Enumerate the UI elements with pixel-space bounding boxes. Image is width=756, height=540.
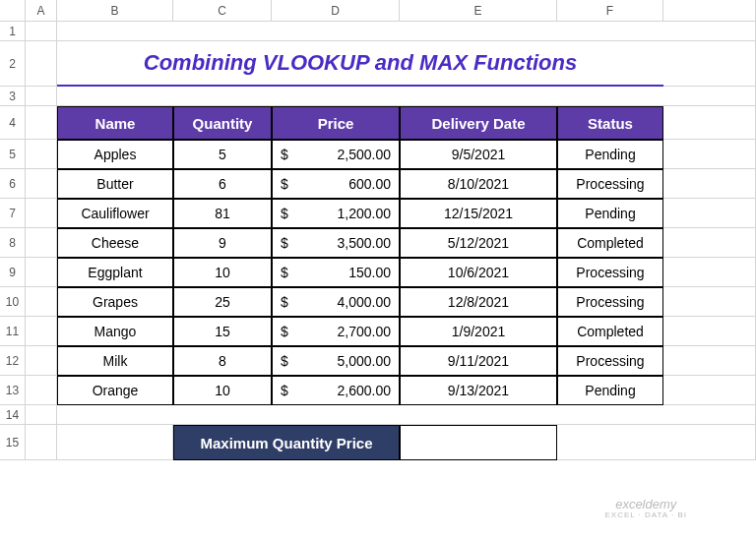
td-date[interactable]: 10/6/2021 xyxy=(400,258,557,287)
row-header-14[interactable]: 14 xyxy=(0,405,26,425)
td-name[interactable]: Cheese xyxy=(57,228,173,258)
row-4-extra[interactable] xyxy=(663,106,756,140)
row-5-extra[interactable] xyxy=(663,140,756,169)
col-header-E[interactable]: E xyxy=(400,0,557,22)
row-7-extra[interactable] xyxy=(663,199,756,228)
cell-A9[interactable] xyxy=(26,258,57,287)
td-date[interactable]: 12/8/2021 xyxy=(400,287,557,317)
row-12-extra[interactable] xyxy=(663,346,756,376)
row-1-body[interactable] xyxy=(57,22,756,41)
col-header-B[interactable]: B xyxy=(57,0,173,22)
row-header-5[interactable]: 5 xyxy=(0,140,26,169)
td-date[interactable]: 5/12/2021 xyxy=(400,228,557,258)
td-status[interactable]: Completed xyxy=(557,228,663,258)
cell-B15[interactable] xyxy=(57,425,173,460)
cell-A3[interactable] xyxy=(26,87,57,106)
row-header-6[interactable]: 6 xyxy=(0,169,26,199)
cell-A15[interactable] xyxy=(26,425,57,460)
page-title: Combining VLOOKUP and MAX Functions xyxy=(57,41,663,87)
td-status[interactable]: Pending xyxy=(557,199,663,228)
td-date[interactable]: 8/10/2021 xyxy=(400,169,557,199)
td-status[interactable]: Pending xyxy=(557,140,663,169)
corner-cell[interactable] xyxy=(0,0,26,22)
td-status[interactable]: Pending xyxy=(557,376,663,405)
td-name[interactable]: Eggplant xyxy=(57,258,173,287)
td-date[interactable]: 9/13/2021 xyxy=(400,376,557,405)
col-header-C[interactable]: C xyxy=(173,0,272,22)
row-14-body[interactable] xyxy=(57,405,756,425)
td-name[interactable]: Grapes xyxy=(57,287,173,317)
cell-A10[interactable] xyxy=(26,287,57,317)
row-header-10[interactable]: 10 xyxy=(0,287,26,317)
td-date[interactable]: 9/11/2021 xyxy=(400,346,557,376)
td-status[interactable]: Processing xyxy=(557,346,663,376)
td-name[interactable]: Milk xyxy=(57,346,173,376)
td-qty[interactable]: 9 xyxy=(173,228,272,258)
row-header-3[interactable]: 3 xyxy=(0,87,26,106)
td-name[interactable]: Orange xyxy=(57,376,173,405)
row-header-4[interactable]: 4 xyxy=(0,106,26,140)
td-price[interactable]: $150.00 xyxy=(272,258,400,287)
td-name[interactable]: Mango xyxy=(57,317,173,346)
td-price[interactable]: $2,700.00 xyxy=(272,317,400,346)
cell-A5[interactable] xyxy=(26,140,57,169)
td-qty[interactable]: 6 xyxy=(173,169,272,199)
td-qty[interactable]: 81 xyxy=(173,199,272,228)
cell-A6[interactable] xyxy=(26,169,57,199)
td-price[interactable]: $5,000.00 xyxy=(272,346,400,376)
cell-A13[interactable] xyxy=(26,376,57,405)
td-qty[interactable]: 15 xyxy=(173,317,272,346)
td-qty[interactable]: 10 xyxy=(173,376,272,405)
td-price[interactable]: $3,500.00 xyxy=(272,228,400,258)
row-10-extra[interactable] xyxy=(663,287,756,317)
td-qty[interactable]: 5 xyxy=(173,140,272,169)
td-price[interactable]: $2,500.00 xyxy=(272,140,400,169)
col-header-D[interactable]: D xyxy=(272,0,400,22)
cell-A4[interactable] xyxy=(26,106,57,140)
cell-A11[interactable] xyxy=(26,317,57,346)
td-status[interactable]: Processing xyxy=(557,258,663,287)
row-header-7[interactable]: 7 xyxy=(0,199,26,228)
row-header-1[interactable]: 1 xyxy=(0,22,26,41)
cell-A14[interactable] xyxy=(26,405,57,425)
cell-A1[interactable] xyxy=(26,22,57,41)
cell-A12[interactable] xyxy=(26,346,57,376)
td-status[interactable]: Completed xyxy=(557,317,663,346)
td-status[interactable]: Processing xyxy=(557,287,663,317)
row-15-extra[interactable] xyxy=(557,425,756,460)
row-header-8[interactable]: 8 xyxy=(0,228,26,258)
td-name[interactable]: Apples xyxy=(57,140,173,169)
td-name[interactable]: Butter xyxy=(57,169,173,199)
td-date[interactable]: 1/9/2021 xyxy=(400,317,557,346)
td-name[interactable]: Cauliflower xyxy=(57,199,173,228)
row-header-12[interactable]: 12 xyxy=(0,346,26,376)
cell-A2[interactable] xyxy=(26,41,57,87)
td-date[interactable]: 12/15/2021 xyxy=(400,199,557,228)
td-price[interactable]: $1,200.00 xyxy=(272,199,400,228)
col-header-F[interactable]: F xyxy=(557,0,663,22)
col-header-A[interactable]: A xyxy=(26,0,57,22)
row-header-11[interactable]: 11 xyxy=(0,317,26,346)
row-13-extra[interactable] xyxy=(663,376,756,405)
td-qty[interactable]: 25 xyxy=(173,287,272,317)
row-8-extra[interactable] xyxy=(663,228,756,258)
row-header-2[interactable]: 2 xyxy=(0,41,26,87)
row-11-extra[interactable] xyxy=(663,317,756,346)
row-header-9[interactable]: 9 xyxy=(0,258,26,287)
td-price[interactable]: $4,000.00 xyxy=(272,287,400,317)
td-status[interactable]: Processing xyxy=(557,169,663,199)
max-qty-price-result[interactable] xyxy=(400,425,557,460)
row-header-13[interactable]: 13 xyxy=(0,376,26,405)
cell-A7[interactable] xyxy=(26,199,57,228)
td-qty[interactable]: 8 xyxy=(173,346,272,376)
td-date[interactable]: 9/5/2021 xyxy=(400,140,557,169)
cell-A8[interactable] xyxy=(26,228,57,258)
td-price[interactable]: $600.00 xyxy=(272,169,400,199)
row-6-extra[interactable] xyxy=(663,169,756,199)
td-price[interactable]: $2,600.00 xyxy=(272,376,400,405)
row-header-15[interactable]: 15 xyxy=(0,425,26,460)
td-qty[interactable]: 10 xyxy=(173,258,272,287)
row-9-extra[interactable] xyxy=(663,258,756,287)
row-2-extra[interactable] xyxy=(663,41,756,87)
row-3-body[interactable] xyxy=(57,87,756,106)
